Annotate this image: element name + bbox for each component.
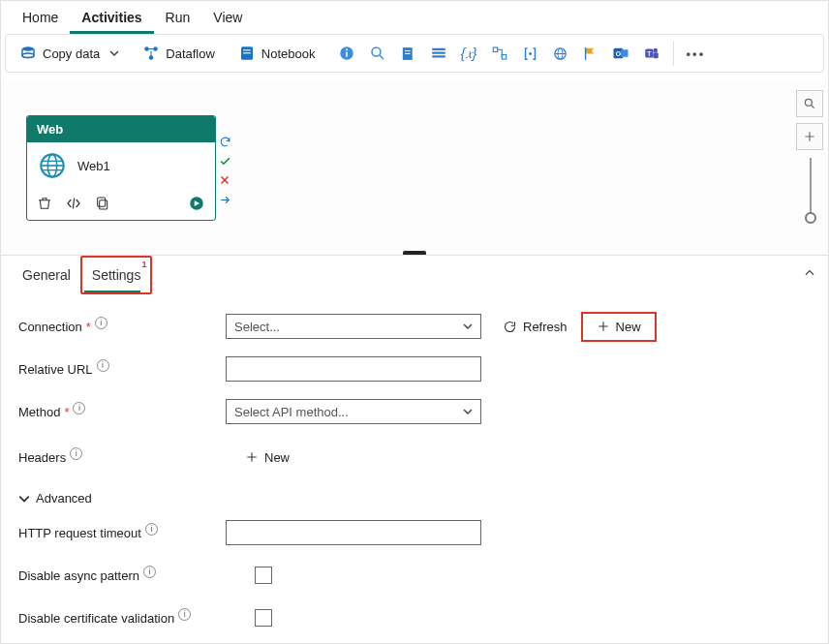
- menu-view[interactable]: View: [201, 2, 254, 34]
- dataflow-button[interactable]: Dataflow: [135, 39, 223, 68]
- top-menu-bar: Home Activities Run View: [1, 1, 828, 34]
- svg-rect-19: [493, 47, 498, 52]
- svg-point-0: [22, 46, 34, 51]
- toolbar-info-button[interactable]: [331, 39, 362, 68]
- canvas-right-rail: [795, 90, 824, 150]
- toolbar-pipeline-button[interactable]: [484, 39, 515, 68]
- canvas-zoom-in-button[interactable]: [796, 123, 823, 150]
- x-handle-icon[interactable]: [218, 173, 231, 187]
- script-icon: [400, 46, 416, 62]
- notebook-button[interactable]: Notebook: [230, 39, 323, 68]
- zoom-slider-track[interactable]: [810, 158, 812, 216]
- menu-activities[interactable]: Activities: [70, 2, 153, 34]
- chevron-down-icon: [109, 48, 119, 58]
- design-canvas[interactable]: Web Web1: [1, 80, 828, 255]
- tab-general[interactable]: General: [13, 258, 80, 292]
- toolbar-outlook-button[interactable]: O: [605, 39, 636, 68]
- undo-handle-icon[interactable]: [218, 135, 231, 148]
- svg-rect-17: [432, 52, 445, 54]
- svg-rect-38: [98, 198, 106, 206]
- required-asterisk: *: [64, 405, 69, 419]
- activity-side-handles: [218, 135, 231, 206]
- code-icon[interactable]: [66, 196, 81, 211]
- settings-form: Connection * i Select... Refresh New: [1, 293, 828, 644]
- list-icon: [430, 45, 447, 62]
- disable-async-checkbox[interactable]: [255, 567, 272, 584]
- run-arrow-icon[interactable]: [188, 195, 205, 212]
- svg-point-11: [372, 47, 381, 56]
- toolbar-list-button[interactable]: [423, 39, 454, 68]
- variable-icon: {𝑥}: [461, 45, 477, 62]
- svg-line-41: [812, 106, 814, 108]
- method-label: Method * i: [18, 405, 226, 419]
- panel-collapse-button[interactable]: [803, 266, 816, 283]
- check-handle-icon[interactable]: [218, 154, 231, 168]
- toolbar-overflow-button[interactable]: •••: [680, 41, 713, 67]
- forward-handle-icon[interactable]: [218, 193, 231, 206]
- svg-point-21: [529, 52, 532, 55]
- web-activity-card[interactable]: Web Web1: [26, 115, 216, 221]
- info-icon: [338, 45, 355, 62]
- new-connection-button[interactable]: New: [581, 312, 657, 342]
- info-icon[interactable]: i: [73, 402, 85, 414]
- info-icon[interactable]: i: [97, 359, 109, 372]
- method-select-placeholder: Select API method...: [234, 405, 349, 419]
- svg-rect-26: [621, 49, 629, 57]
- method-select[interactable]: Select API method...: [226, 399, 481, 424]
- info-icon[interactable]: i: [70, 447, 82, 460]
- required-asterisk: *: [86, 320, 91, 334]
- toolbar-search-button[interactable]: [362, 39, 393, 68]
- info-icon[interactable]: i: [178, 608, 191, 621]
- svg-rect-30: [653, 52, 658, 58]
- toolbar-globe-button[interactable]: [545, 40, 575, 68]
- tab-settings-badge: 1: [141, 260, 146, 269]
- http-timeout-input[interactable]: [226, 520, 481, 545]
- bracket-icon: [522, 46, 538, 62]
- connection-label: Connection * i: [18, 320, 226, 334]
- tab-settings[interactable]: Settings 1: [80, 256, 153, 294]
- refresh-button[interactable]: Refresh: [495, 316, 575, 338]
- advanced-section-toggle[interactable]: Advanced: [18, 491, 811, 506]
- menu-run[interactable]: Run: [154, 2, 202, 34]
- notebook-icon: [238, 45, 256, 62]
- outlook-icon: O: [612, 45, 629, 62]
- toolbar-variable-button[interactable]: {𝑥}: [454, 39, 484, 68]
- copy-data-button[interactable]: Copy data: [12, 39, 127, 68]
- search-icon: [369, 45, 386, 62]
- toolbar-flag-button[interactable]: [575, 40, 605, 68]
- toolbar-bracket-button[interactable]: [515, 40, 545, 68]
- add-header-button[interactable]: New: [237, 446, 297, 469]
- dataflow-icon: [142, 45, 160, 62]
- toolbar-teams-button[interactable]: T: [636, 39, 667, 68]
- plus-icon: [803, 130, 816, 143]
- svg-rect-20: [502, 55, 507, 60]
- svg-rect-14: [404, 49, 410, 50]
- copy-icon[interactable]: [95, 196, 110, 211]
- svg-rect-7: [243, 52, 251, 53]
- info-icon[interactable]: i: [143, 566, 156, 578]
- trash-icon[interactable]: [37, 196, 52, 211]
- menu-home[interactable]: Home: [11, 2, 70, 34]
- canvas-search-button[interactable]: [796, 90, 823, 117]
- search-icon: [803, 97, 816, 110]
- connection-select[interactable]: Select...: [226, 314, 481, 339]
- svg-rect-37: [100, 200, 107, 209]
- property-tab-bar: General Settings 1: [1, 255, 828, 293]
- zoom-slider-knob[interactable]: [805, 212, 816, 224]
- info-icon[interactable]: i: [95, 317, 107, 329]
- svg-line-12: [380, 55, 384, 59]
- globe-icon: [552, 46, 568, 62]
- svg-rect-6: [243, 49, 251, 50]
- svg-rect-15: [404, 52, 410, 53]
- svg-rect-9: [346, 52, 348, 57]
- new-connection-label: New: [616, 320, 641, 334]
- refresh-icon: [503, 320, 517, 334]
- chevron-down-icon: [463, 322, 473, 331]
- database-icon: [19, 45, 37, 62]
- info-icon[interactable]: i: [145, 523, 158, 536]
- relative-url-input[interactable]: [226, 356, 481, 382]
- notebook-label: Notebook: [261, 46, 316, 61]
- toolbar-script-button[interactable]: [393, 40, 423, 68]
- disable-cert-checkbox[interactable]: [255, 609, 272, 627]
- globe-icon: [39, 152, 66, 179]
